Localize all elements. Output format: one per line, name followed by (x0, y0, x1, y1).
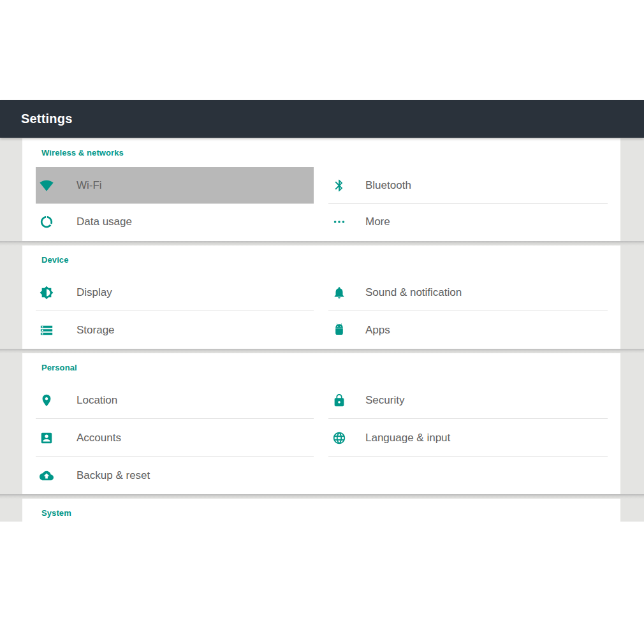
settings-item-accounts[interactable]: Accounts (36, 419, 314, 457)
more-dots-icon (332, 215, 346, 229)
settings-item-label: Security (365, 394, 404, 407)
section-header-device: Device (41, 255, 69, 265)
settings-item-language-input[interactable]: Language & input (328, 419, 608, 457)
settings-item-label: Bluetooth (365, 179, 411, 192)
settings-item-security[interactable]: Security (328, 381, 608, 419)
display-brightness-icon (40, 286, 54, 300)
settings-item-sound-notification[interactable]: Sound & notification (328, 274, 608, 311)
settings-item-storage[interactable]: Storage (36, 311, 314, 349)
section-header-wireless-networks: Wireless & networks (41, 148, 124, 157)
data-usage-icon (40, 215, 54, 229)
settings-item-bluetooth[interactable]: Bluetooth (328, 167, 608, 203)
settings-item-apps[interactable]: Apps (328, 311, 608, 349)
card-personal: Personal Location Security Accounts (22, 353, 620, 494)
bluetooth-icon (332, 179, 346, 193)
settings-item-location[interactable]: Location (36, 381, 314, 419)
settings-item-label: More (365, 216, 390, 228)
settings-item-label: Language & input (365, 432, 450, 444)
section-header-personal: Personal (41, 363, 77, 372)
accounts-person-icon (40, 431, 54, 445)
settings-item-label: Location (77, 394, 117, 407)
language-globe-icon (332, 431, 346, 445)
settings-item-label: Accounts (77, 432, 121, 444)
card-system: System (22, 499, 620, 522)
android-settings-screen: Settings Wireless & networks Wi-Fi Bluet… (0, 0, 644, 644)
settings-content: Wireless & networks Wi-Fi Bluetooth (0, 138, 644, 522)
settings-item-label: Storage (77, 324, 115, 337)
divider (328, 456, 608, 457)
card-shadow-gap (0, 494, 644, 499)
settings-item-wifi[interactable]: Wi-Fi (36, 167, 314, 203)
settings-item-label: Backup & reset (77, 469, 150, 482)
storage-icon (40, 323, 54, 337)
settings-item-label: Wi-Fi (77, 179, 102, 192)
page-title: Settings (21, 112, 73, 126)
card-wireless-networks: Wireless & networks Wi-Fi Bluetooth (22, 138, 620, 241)
settings-item-label: Apps (365, 324, 390, 337)
settings-item-more[interactable]: More (328, 203, 608, 240)
location-pin-icon (40, 393, 54, 407)
settings-item-label: Display (77, 286, 112, 299)
wifi-icon (40, 179, 54, 193)
settings-item-label: Sound & notification (365, 286, 462, 299)
security-lock-icon (332, 393, 346, 407)
settings-item-display[interactable]: Display (36, 274, 314, 311)
card-shadow-gap (0, 241, 644, 245)
card-device: Device Display Sound & notification (22, 245, 620, 349)
backup-cloud-icon (40, 469, 54, 483)
settings-item-data-usage[interactable]: Data usage (36, 203, 314, 240)
app-bar: Settings (0, 100, 644, 138)
android-robot-icon (332, 323, 346, 337)
section-header-system: System (41, 508, 71, 518)
notification-bell-icon (332, 286, 346, 300)
settings-item-backup-reset[interactable]: Backup & reset (36, 457, 314, 494)
settings-item-label: Data usage (77, 216, 132, 228)
card-shadow-gap (0, 349, 644, 353)
